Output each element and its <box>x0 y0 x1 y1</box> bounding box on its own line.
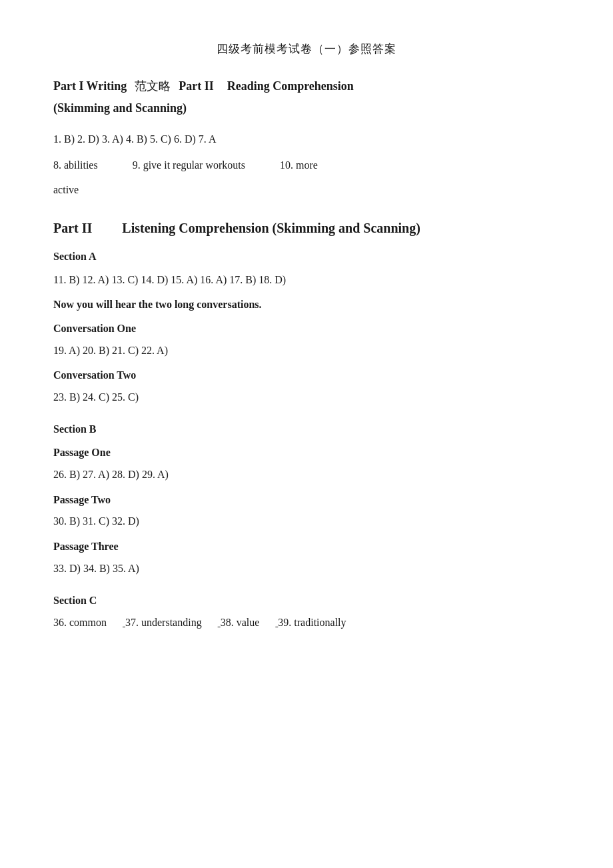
fanwen-text: 范文略 <box>135 77 171 96</box>
now-conversations-line: Now you will hear the two long conversat… <box>53 296 560 313</box>
passage-two-answers: 30. B) 31. C) 32. D) <box>53 512 560 531</box>
conversation-one-answers: 19. A) 20. B) 21. C) 22. A) <box>53 341 560 361</box>
conversation-two-answers: 23. B) 24. C) 25. C) <box>53 388 560 407</box>
reading-comprehension-label: Reading Comprehension <box>227 77 354 96</box>
passage-one-heading: Passage One <box>53 444 560 461</box>
page-title: 四级考前模考试卷（一）参照答案 <box>53 40 560 58</box>
answer-active: active <box>53 181 560 199</box>
passage-one-answers: 26. B) 27. A) 28. D) 29. A) <box>53 465 560 485</box>
conversation-one-heading: Conversation One <box>53 320 560 337</box>
writing-label: Writing <box>86 77 127 96</box>
answer-10: 10. more <box>280 156 318 175</box>
passage-three-heading: Passage Three <box>53 538 560 555</box>
answer-8: 8. abilities <box>53 156 98 175</box>
part1-header: Part I Writing 范文略 Part II Reading Compr… <box>53 77 560 118</box>
skimming-scanning-label: (Skimming and Scanning) <box>53 99 560 118</box>
part1-label: Part I <box>53 77 83 96</box>
answer-9: 9. give it regular workouts <box>133 156 245 175</box>
fill-in-answers: 36. common 37. understanding 38. value 3… <box>53 614 560 631</box>
fill-37: 37. understanding <box>125 614 202 631</box>
conversation-two-heading: Conversation Two <box>53 367 560 384</box>
answers-row2: 8. abilities 9. give it regular workouts… <box>53 156 560 175</box>
section-a-answers: 11. B) 12. A) 13. C) 14. D) 15. A) 16. A… <box>53 271 560 290</box>
fill-36: 36. common <box>53 614 107 631</box>
answers-row1: 1. B) 2. D) 3. A) 4. B) 5. C) 6. D) 7. A <box>53 130 560 149</box>
fill-39: 39. traditionally <box>278 614 346 631</box>
section-a-heading: Section A <box>53 248 560 265</box>
section-b-heading: Section B <box>53 421 560 438</box>
passage-two-heading: Passage Two <box>53 491 560 509</box>
part2-label: Part II <box>179 77 214 96</box>
fill-38: 38. value <box>221 614 260 631</box>
section-c-heading: Section C <box>53 592 560 609</box>
part2-main-heading: Part II Listening Comprehension (Skimmin… <box>53 217 560 239</box>
passage-three-answers: 33. D) 34. B) 35. A) <box>53 559 560 579</box>
